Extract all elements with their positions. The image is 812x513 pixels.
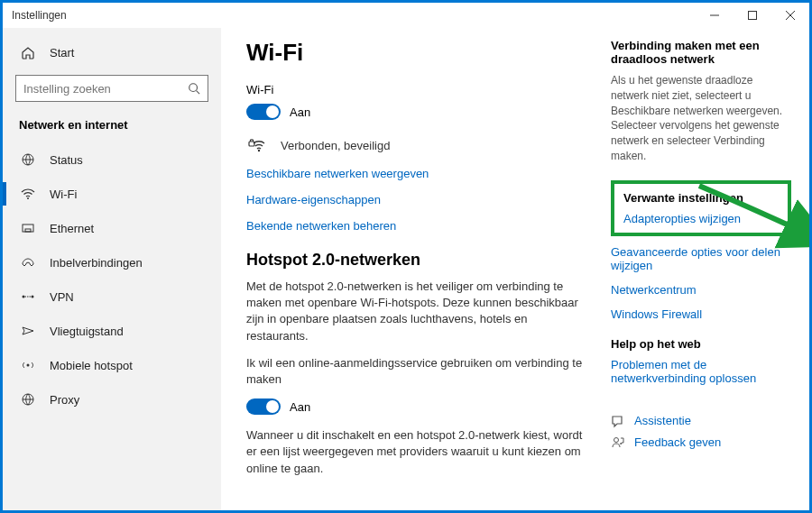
sidebar-home-label: Start (50, 46, 74, 60)
minimize-button[interactable] (696, 3, 734, 28)
sidebar-item-dialup[interactable]: Inbelverbindingen (3, 245, 221, 279)
svg-point-4 (189, 84, 198, 92)
aside-help-title: Help op het web (611, 337, 791, 351)
aside: Verbinding maken met een draadloos netwe… (611, 39, 791, 510)
hotspot-desc2: Ik wil een online-aanmeldingsservice geb… (246, 355, 584, 388)
hotspot-title: Hotspot 2.0-netwerken (246, 251, 584, 270)
link-sharing-options[interactable]: Geavanceerde opties voor delen wijzigen (611, 245, 791, 272)
sidebar-item-label: Wi-Fi (50, 188, 77, 201)
feedback-label: Feedback geven (634, 435, 721, 449)
wifi-status-text: Verbonden, beveiligd (281, 139, 390, 152)
search-icon (188, 82, 200, 95)
close-button[interactable] (771, 3, 809, 28)
link-hardware-properties[interactable]: Hardware-eigenschappen (246, 193, 584, 206)
wifi-status: Verbonden, beveiligd (246, 133, 584, 158)
sidebar-item-label: Proxy (50, 393, 79, 407)
sidebar-item-label: Ethernet (50, 222, 94, 235)
sidebar-item-label: Status (50, 153, 83, 167)
svg-point-12 (32, 296, 34, 298)
sidebar-item-ethernet[interactable]: Ethernet (3, 211, 221, 245)
link-adapter-options[interactable]: Adapteropties wijzigen (623, 212, 779, 225)
related-settings-box: Verwante instellingen Adapteropties wijz… (611, 180, 791, 236)
proxy-icon (19, 390, 37, 408)
link-troubleshoot[interactable]: Problemen met de netwerkverbinding oplos… (611, 358, 791, 385)
sidebar-item-wifi[interactable]: Wi-Fi (3, 177, 221, 211)
home-icon (19, 43, 37, 61)
aside-connect-desc: Als u het gewenste draadloze netwerk nie… (611, 73, 791, 164)
sidebar-category: Netwerk en internet (3, 111, 221, 142)
sidebar-home[interactable]: Start (3, 35, 221, 69)
link-feedback[interactable]: Feedback geven (611, 435, 791, 450)
svg-point-14 (27, 364, 30, 367)
svg-rect-1 (749, 12, 757, 20)
sidebar-item-vpn[interactable]: VPN (3, 279, 221, 314)
hotspot-toggle[interactable] (246, 398, 281, 415)
window-title: Instellingen (12, 9, 67, 22)
link-windows-firewall[interactable]: Windows Firewall (611, 307, 791, 321)
svg-point-19 (614, 437, 619, 442)
sidebar-item-label: VPN (50, 290, 74, 304)
vpn-icon (19, 288, 37, 306)
sidebar-item-proxy[interactable]: Proxy (3, 382, 221, 417)
aside-connect-title: Verbinding maken met een draadloos netwe… (611, 39, 791, 66)
dialup-icon (19, 253, 37, 271)
assist-icon (611, 414, 627, 428)
main-content: Wi-Fi Wi-Fi Aan Verbonde (246, 39, 584, 510)
svg-line-5 (197, 91, 200, 95)
wifi-icon (19, 185, 37, 203)
sidebar-item-status[interactable]: Status (3, 142, 221, 177)
wifi-secure-icon (246, 133, 272, 158)
svg-point-11 (23, 296, 25, 298)
hotspot-icon (19, 356, 37, 374)
aside-related-title: Verwante instellingen (623, 191, 779, 205)
link-assistance[interactable]: Assistentie (611, 414, 791, 428)
wifi-toggle[interactable] (246, 104, 281, 120)
wifi-toggle-label: Aan (290, 105, 310, 119)
sidebar-item-label: Vliegtuigstand (50, 325, 124, 338)
hotspot-desc3: Wanneer u dit inschakelt en een hotspot … (246, 427, 584, 477)
svg-rect-9 (23, 224, 33, 232)
airplane-icon (19, 322, 37, 340)
sidebar-item-label: Inbelverbindingen (50, 256, 143, 270)
svg-point-8 (27, 197, 29, 199)
search-box[interactable] (15, 75, 208, 102)
ethernet-icon (19, 219, 37, 237)
wifi-section-label: Wi-Fi (246, 83, 584, 96)
hotspot-desc1: Met de hotspot 2.0-netwerken is het veil… (246, 279, 584, 344)
svg-point-17 (258, 150, 260, 151)
feedback-icon (611, 435, 627, 450)
sidebar-item-airplane[interactable]: Vliegtuigstand (3, 314, 221, 348)
assist-label: Assistentie (634, 414, 691, 427)
hotspot-toggle-label: Aan (290, 400, 310, 414)
link-network-center[interactable]: Netwerkcentrum (611, 283, 791, 297)
link-known-networks[interactable]: Bekende netwerken beheren (246, 219, 584, 233)
maximize-button[interactable] (734, 3, 771, 28)
titlebar: Instellingen (3, 3, 809, 28)
sidebar-item-hotspot[interactable]: Mobiele hotspot (3, 348, 221, 382)
sidebar-item-label: Mobiele hotspot (50, 359, 133, 372)
sidebar: Start Netwerk en internet Status (3, 28, 221, 510)
page-title: Wi-Fi (246, 39, 584, 67)
search-input[interactable] (23, 82, 188, 96)
svg-rect-10 (25, 229, 31, 232)
status-icon (19, 151, 37, 169)
link-available-networks[interactable]: Beschikbare netwerken weergeven (246, 167, 584, 180)
svg-rect-18 (249, 142, 254, 146)
